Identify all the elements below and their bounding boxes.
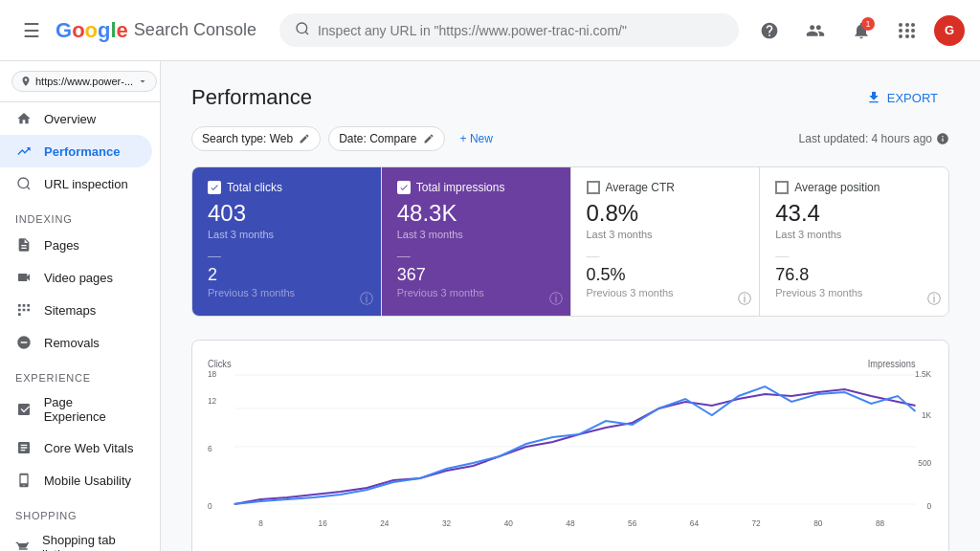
position-checkbox[interactable] [775,181,789,194]
svg-text:8: 8 [258,518,263,528]
logo-area: Google Search Console [56,18,256,43]
metric-card-impressions[interactable]: Total impressions 48.3K Last 3 months — … [382,167,571,316]
ctr-info-icon[interactable]: ⓘ [738,291,751,308]
svg-text:16: 16 [319,518,327,528]
svg-text:Impressions: Impressions [868,359,916,369]
sidebar-item-core-web-vitals[interactable]: Core Web Vitals [0,431,152,464]
clicks-checkbox[interactable] [208,181,221,194]
ctr-period: Last 3 months [587,229,745,240]
svg-text:48: 48 [566,518,574,528]
ctr-label: Average CTR [606,181,675,194]
users-button[interactable] [796,11,835,50]
page-title: Performance [191,85,312,110]
sitemap-icon [15,301,33,319]
clicks-separator: — [208,248,366,263]
sidebar-label: Overview [44,112,96,126]
experience-icon [15,401,33,418]
position-prev-value: 76.8 [775,265,933,285]
sidebar-label: Pages [44,238,79,253]
sidebar-item-pages[interactable]: Pages [0,229,152,261]
ctr-separator: — [587,248,745,263]
add-filter-label: + New [460,132,493,145]
search-nav-icon [15,175,33,192]
search-input[interactable] [318,23,724,38]
notifications-button[interactable]: 1 [842,11,880,50]
export-label: EXPORT [887,91,938,105]
impressions-checkbox[interactable] [397,181,411,194]
home-icon [15,110,33,127]
svg-text:12: 12 [208,396,216,406]
impressions-separator: — [397,248,555,263]
add-filter-button[interactable]: + New [453,127,501,150]
metric-card-position[interactable]: Average position 43.4 Last 3 months — 76… [760,167,948,316]
sidebar-label: Video pages [44,271,113,285]
sidebar-item-url-inspection[interactable]: URL inspection [0,167,152,200]
svg-text:500: 500 [918,458,931,468]
sidebar-item-mobile-usability[interactable]: Mobile Usability [0,464,152,496]
chart-area: Clicks 18 12 6 0 Impressions 1.5K 1K 500… [191,340,949,551]
sidebar: https://www.power-... Overview Performan… [0,61,161,551]
metric-header-clicks: Total clicks [208,181,366,194]
hamburger-menu[interactable]: ☰ [15,11,48,50]
sidebar-label: Removals [44,336,100,350]
svg-line-3 [27,187,30,189]
clicks-label: Total clicks [227,181,282,194]
sidebar-item-page-experience[interactable]: Page Experience [0,387,152,431]
position-label: Average position [794,181,880,194]
trending-up-icon [15,143,33,160]
help-button[interactable] [750,11,789,50]
position-info-icon[interactable]: ⓘ [927,291,941,308]
export-button[interactable]: EXPORT [855,84,949,111]
search-bar[interactable] [279,13,739,47]
sidebar-label: URL inspection [44,177,128,191]
svg-text:18: 18 [208,369,216,379]
svg-text:88: 88 [876,518,884,528]
search-icon [295,21,310,39]
app-name: Search Console [134,20,256,40]
top-header: ☰ Google Search Console 1 [0,0,980,61]
metric-card-ctr[interactable]: Average CTR 0.8% Last 3 months — 0.5% Pr… [571,167,761,316]
sidebar-label: Shopping tab listings [42,533,137,551]
search-type-filter[interactable]: Search type: Web [191,126,321,151]
sidebar-item-overview[interactable]: Overview [0,102,152,135]
metric-header-ctr: Average CTR [587,181,745,194]
ctr-value: 0.8% [587,200,745,227]
sidebar-item-video-pages[interactable]: Video pages [0,261,152,294]
sidebar-label: Core Web Vitals [44,441,133,455]
vitals-icon [15,439,33,456]
svg-text:Clicks: Clicks [208,359,232,369]
ctr-prev-label: Previous 3 months [587,287,745,298]
impressions-prev-value: 367 [397,265,555,285]
date-filter[interactable]: Date: Compare [328,126,444,151]
impressions-value: 48.3K [397,200,555,227]
svg-line-1 [305,32,308,34]
sidebar-item-removals[interactable]: Removals [0,326,152,359]
apps-button[interactable] [888,11,926,50]
url-chip[interactable]: https://www.power-... [11,71,157,92]
clicks-prev-value: 2 [208,265,366,285]
experience-section-label: Experience [0,359,160,387]
video-icon [15,269,33,286]
svg-text:56: 56 [628,518,636,528]
sidebar-url-selector[interactable]: https://www.power-... [0,61,160,102]
sidebar-item-performance[interactable]: Performance [0,135,152,167]
google-logo: Google [56,18,128,43]
last-updated: Last updated: 4 hours ago [799,132,949,145]
sidebar-label: Mobile Usability [44,474,131,488]
impressions-info-icon[interactable]: ⓘ [549,291,563,308]
svg-text:6: 6 [208,444,212,453]
ctr-checkbox[interactable] [587,181,600,194]
performance-chart: Clicks 18 12 6 0 Impressions 1.5K 1K 500… [208,356,933,547]
date-label: Date: Compare [339,132,416,145]
clicks-value: 403 [208,200,366,227]
avatar-button[interactable]: G [934,15,965,46]
svg-text:1K: 1K [922,410,931,420]
metric-card-clicks[interactable]: Total clicks 403 Last 3 months — 2 Previ… [192,167,382,316]
header-actions: 1 G [750,11,965,50]
layout: https://www.power-... Overview Performan… [0,61,980,551]
remove-icon [15,334,33,351]
clicks-info-icon[interactable]: ⓘ [360,291,373,308]
sidebar-item-sitemaps[interactable]: Sitemaps [0,294,152,326]
sidebar-item-shopping-tab[interactable]: Shopping tab listings [0,525,152,551]
svg-text:40: 40 [504,518,513,528]
